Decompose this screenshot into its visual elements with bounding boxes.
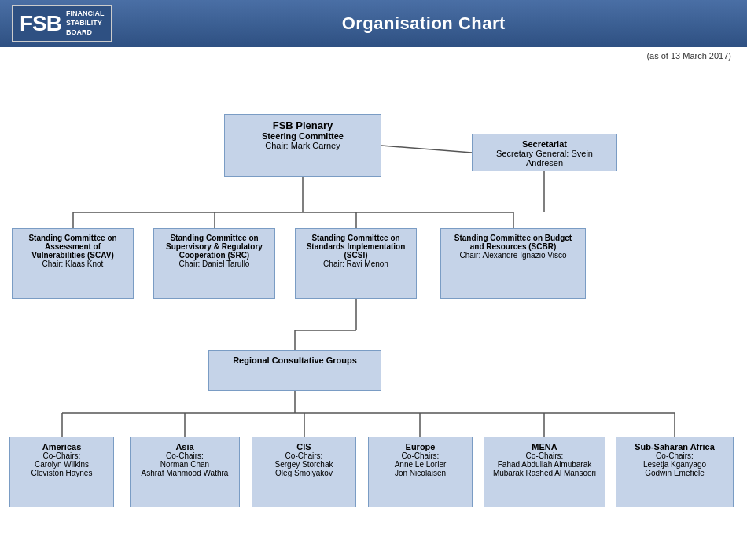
africa-line2: Godwin Emefiele (623, 469, 727, 477)
src-chair: Chair: Daniel Tarullo (160, 260, 268, 268)
americas-title: Americas (17, 442, 107, 451)
scsi-chair: Chair: Ravi Menon (302, 260, 410, 268)
src-title: Standing Committee on Supervisory & Regu… (160, 234, 268, 260)
box-europe: Europe Co-Chairs: Anne Le Lorier Jon Nic… (368, 437, 473, 507)
scav-chair: Chair: Klaas Knot (19, 260, 127, 268)
africa-line1: Lesetja Kganyago (623, 460, 727, 469)
plenary-chair: Chair: Mark Carney (231, 141, 374, 150)
mena-title: MENA (491, 442, 598, 451)
asia-line1: Norman Chan (137, 460, 233, 469)
cis-line1: Sergey Storchak (259, 460, 349, 469)
scsi-title: Standing Committee on Standards Implemen… (302, 234, 410, 260)
cis-title: CIS (259, 442, 349, 451)
plenary-subtitle: Steering Committee (231, 131, 374, 141)
europe-subtitle: Co-Chairs: (375, 451, 465, 460)
americas-line2: Cleviston Haynes (17, 469, 107, 477)
scbr-chair: Chair: Alexandre Ignazio Visco (447, 251, 579, 260)
box-africa: Sub-Saharan Africa Co-Chairs: Lesetja Kg… (616, 437, 734, 507)
europe-line1: Anne Le Lorier (375, 460, 465, 469)
secretariat-chair: Secretary General: Svein Andresen (479, 149, 610, 168)
asia-subtitle: Co-Chairs: (137, 451, 233, 460)
rcg-title: Regional Consultative Groups (215, 356, 374, 365)
box-plenary: FSB Plenary Steering Committee Chair: Ma… (224, 114, 381, 177)
box-scsi: Standing Committee on Standards Implemen… (295, 228, 417, 299)
africa-subtitle: Co-Chairs: (623, 451, 727, 460)
logo-line2: STABILITY (66, 19, 105, 28)
box-rcg: Regional Consultative Groups (208, 350, 381, 391)
europe-title: Europe (375, 442, 465, 451)
cis-subtitle: Co-Chairs: (259, 451, 349, 460)
svg-line-0 (381, 146, 472, 153)
box-secretariat: Secretariat Secretary General: Svein And… (472, 134, 617, 171)
asia-title: Asia (137, 442, 233, 451)
logo-wordmark: FINANCIAL STABILITY BOARD (66, 9, 105, 37)
logo-line1: FINANCIAL (66, 9, 105, 19)
mena-line2: Mubarak Rashed Al Mansoori (491, 469, 598, 477)
header: FSB FINANCIAL STABILITY BOARD Organisati… (0, 0, 747, 47)
logo-fsb-text: FSB (20, 11, 61, 36)
box-mena: MENA Co-Chairs: Fahad Abdullah Almubarak… (484, 437, 605, 507)
asia-line2: Ashraf Mahmood Wathra (137, 469, 233, 477)
scbr-title: Standing Committee on Budget and Resourc… (447, 234, 579, 251)
americas-line1: Carolyn Wilkins (17, 460, 107, 469)
box-americas: Americas Co-Chairs: Carolyn Wilkins Clev… (9, 437, 114, 507)
page-title: Organisation Chart (112, 13, 736, 34)
plenary-title: FSB Plenary (231, 120, 374, 131)
box-src: Standing Committee on Supervisory & Regu… (153, 228, 275, 299)
mena-subtitle: Co-Chairs: (491, 451, 598, 460)
cis-line2: Oleg Smolyakov (259, 469, 349, 477)
box-asia: Asia Co-Chairs: Norman Chan Ashraf Mahmo… (130, 437, 240, 507)
europe-line2: Jon Nicolaisen (375, 469, 465, 477)
date-label: (as of 13 March 2017) (8, 51, 739, 61)
scav-title: Standing Committee on Assessment of Vuln… (19, 234, 127, 260)
logo-line3: BOARD (66, 28, 105, 38)
chart-area: (as of 13 March 2017) FSB Plenary (0, 47, 747, 560)
box-cis: CIS Co-Chairs: Sergey Storchak Oleg Smol… (252, 437, 356, 507)
africa-title: Sub-Saharan Africa (623, 442, 727, 451)
logo: FSB FINANCIAL STABILITY BOARD (12, 5, 112, 42)
box-scav: Standing Committee on Assessment of Vuln… (12, 228, 134, 299)
mena-line1: Fahad Abdullah Almubarak (491, 460, 598, 469)
americas-subtitle: Co-Chairs: (17, 451, 107, 460)
secretariat-title: Secretariat (479, 139, 610, 149)
box-scbr: Standing Committee on Budget and Resourc… (440, 228, 586, 299)
